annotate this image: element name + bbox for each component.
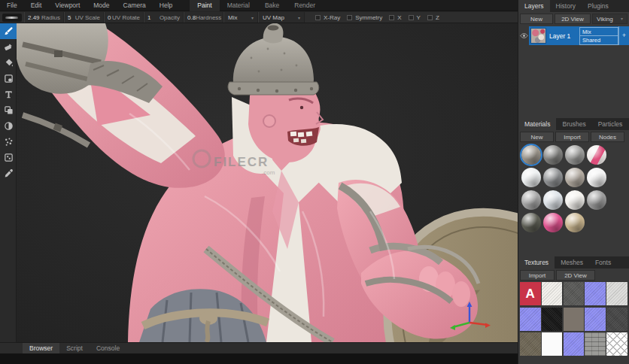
texture-tile-12[interactable] bbox=[542, 332, 563, 356]
material-sphere-14[interactable] bbox=[543, 213, 563, 232]
particle-tool-button[interactable] bbox=[0, 134, 17, 150]
blend-mode-dropdown[interactable]: Mix ▾ bbox=[223, 12, 258, 23]
tab-particles[interactable]: Particles bbox=[592, 118, 629, 130]
layer-add-button[interactable]: + bbox=[618, 26, 629, 45]
texture-tile-11[interactable] bbox=[520, 332, 541, 356]
x-checkbox[interactable]: X bbox=[389, 14, 401, 21]
material-sphere-8[interactable] bbox=[587, 168, 606, 187]
status-tab-script[interactable]: Script bbox=[59, 343, 90, 354]
texture-tile-14[interactable] bbox=[585, 332, 606, 356]
material-sphere-13[interactable] bbox=[521, 213, 541, 232]
material-sphere-15[interactable] bbox=[565, 213, 585, 232]
brush-preview[interactable] bbox=[2, 14, 22, 22]
texture-tile-13[interactable] bbox=[564, 332, 585, 356]
mode-tab-bake[interactable]: Bake bbox=[257, 0, 287, 11]
material-sphere-11[interactable] bbox=[565, 190, 585, 210]
texture-import-button[interactable]: Import bbox=[520, 270, 555, 281]
tab-brushes[interactable]: Brushes bbox=[556, 118, 591, 130]
texture-tile-5[interactable] bbox=[606, 282, 627, 305]
layer-2dview-button[interactable]: 2D View bbox=[555, 14, 591, 24]
uv-scale-slider[interactable]: 5UV Scale bbox=[64, 12, 104, 23]
layer-row[interactable]: Layer 1 Mix Shared + bbox=[529, 26, 629, 45]
text-tool-button[interactable] bbox=[0, 86, 17, 102]
layer-visibility-eye-icon[interactable] bbox=[518, 32, 529, 40]
materials-tab-bar: MaterialsBrushesParticles bbox=[518, 118, 629, 130]
material-nodes-button[interactable]: Nodes bbox=[591, 132, 624, 142]
layer-thumbnail[interactable] bbox=[530, 28, 546, 44]
menu-item-help[interactable]: Help bbox=[153, 0, 179, 11]
material-new-button[interactable]: New bbox=[520, 132, 554, 142]
material-sphere-10[interactable] bbox=[543, 190, 563, 210]
tab-materials[interactable]: Materials bbox=[518, 118, 556, 130]
status-tab-bar: BrowserScriptConsole bbox=[0, 342, 518, 353]
tab-fonts[interactable]: Fonts bbox=[589, 256, 617, 268]
material-sphere-2[interactable] bbox=[543, 145, 563, 165]
menu-item-file[interactable]: File bbox=[0, 0, 24, 11]
clone-tool-button[interactable] bbox=[0, 102, 17, 118]
texture-tile-7[interactable] bbox=[542, 308, 563, 331]
material-sphere-3[interactable] bbox=[565, 145, 585, 165]
texture-tile-2[interactable] bbox=[542, 282, 563, 305]
viewport-3d[interactable]: FILECR .com bbox=[17, 23, 518, 342]
decal-tool-button[interactable] bbox=[0, 71, 17, 86]
tab-textures[interactable]: Textures bbox=[518, 256, 555, 268]
opacity-slider[interactable]: 1Opacity bbox=[144, 12, 184, 23]
materials-buttons: NewImportNodes bbox=[518, 130, 629, 142]
texture-tile-9[interactable] bbox=[585, 308, 606, 331]
eraser-tool-button[interactable] bbox=[0, 39, 17, 55]
texture-tile-3[interactable] bbox=[564, 282, 585, 305]
object-dropdown[interactable]: Viking ▾ bbox=[592, 14, 627, 24]
colorid-tool-button[interactable] bbox=[0, 150, 17, 165]
mode-tab-material[interactable]: Material bbox=[220, 0, 257, 11]
toolbar-sliders: 2.49Radius5UV Scale0UV Rotate1Opacity0.8… bbox=[24, 12, 223, 23]
fill-tool-button[interactable] bbox=[0, 55, 17, 71]
hardness-slider[interactable]: 0.8Hardness bbox=[184, 12, 223, 23]
picker-tool-button[interactable] bbox=[0, 165, 17, 181]
x-ray-checkbox[interactable]: X-Ray bbox=[315, 14, 340, 21]
layer-object-dropdown[interactable]: Shared bbox=[579, 36, 618, 45]
material-import-button[interactable]: Import bbox=[555, 132, 589, 142]
tab-history[interactable]: History bbox=[550, 0, 582, 12]
blur-tool-button[interactable] bbox=[0, 118, 17, 134]
tab-plugins[interactable]: Plugins bbox=[582, 0, 615, 12]
material-sphere-5[interactable] bbox=[521, 168, 541, 187]
texture-tile-1[interactable]: A bbox=[520, 282, 541, 305]
menu-bar: FileEditViewportModeCameraHelp PaintMate… bbox=[0, 0, 518, 11]
menu-item-mode[interactable]: Mode bbox=[87, 0, 116, 11]
z-checkbox[interactable]: Z bbox=[427, 14, 439, 21]
tab-meshes[interactable]: Meshes bbox=[555, 256, 589, 268]
menu-item-edit[interactable]: Edit bbox=[24, 0, 49, 11]
brush-tool-button[interactable] bbox=[0, 23, 17, 39]
material-sphere-9[interactable] bbox=[521, 190, 541, 210]
material-sphere-12[interactable] bbox=[587, 190, 606, 210]
texture-tile-10[interactable] bbox=[606, 308, 627, 331]
layer-new-button[interactable]: New bbox=[520, 14, 553, 24]
texture-2d-view-button[interactable]: 2D View bbox=[556, 270, 595, 281]
mode-tabs: PaintMaterialBakeRender bbox=[190, 0, 323, 11]
y-checkbox[interactable]: Y bbox=[409, 14, 421, 21]
texture-tile-8[interactable] bbox=[564, 308, 585, 331]
mode-tab-paint[interactable]: Paint bbox=[190, 0, 219, 11]
uv-rotate-value: 0 bbox=[108, 14, 111, 21]
status-tab-browser[interactable]: Browser bbox=[23, 343, 59, 354]
material-sphere-7[interactable] bbox=[565, 168, 585, 187]
y-checkbox-box bbox=[409, 15, 414, 20]
texture-tile-4[interactable] bbox=[585, 282, 606, 305]
textures-buttons: Import2D View bbox=[518, 268, 629, 281]
tab-layers[interactable]: Layers bbox=[518, 0, 550, 12]
menu-item-camera[interactable]: Camera bbox=[117, 0, 153, 11]
uv-map-dropdown[interactable]: UV Map ▾ bbox=[258, 12, 305, 23]
material-sphere-4[interactable] bbox=[587, 145, 606, 165]
uv-rotate-slider[interactable]: 0UV Rotate bbox=[104, 12, 144, 23]
texture-tile-6[interactable] bbox=[520, 308, 541, 331]
material-sphere-6[interactable] bbox=[543, 168, 563, 187]
radius-slider[interactable]: 2.49Radius bbox=[24, 12, 64, 23]
symmetry-checkbox[interactable]: Symmetry bbox=[347, 14, 382, 21]
texture-tile-15[interactable] bbox=[606, 332, 627, 356]
menu-item-viewport[interactable]: Viewport bbox=[48, 0, 87, 11]
mode-tab-render[interactable]: Render bbox=[287, 0, 323, 11]
layer-blend-dropdown[interactable]: Mix bbox=[579, 27, 618, 36]
status-tab-console[interactable]: Console bbox=[90, 343, 126, 354]
material-sphere-1[interactable] bbox=[521, 145, 541, 165]
layers-tab-bar: LayersHistoryPlugins bbox=[518, 0, 629, 12]
